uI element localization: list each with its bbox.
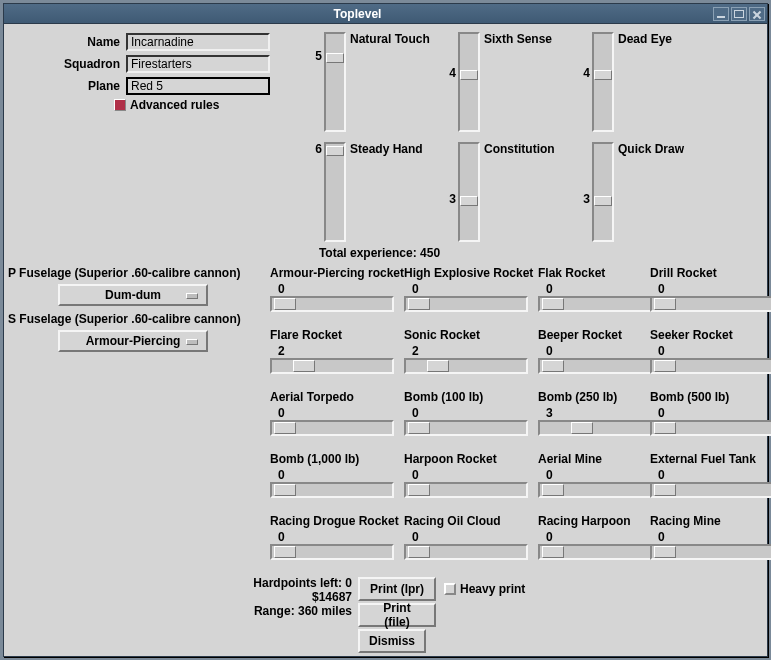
name-label: Name [8, 35, 126, 49]
minimize-icon[interactable] [713, 7, 729, 21]
skill-natural-touch: Natural Touch5 [308, 32, 436, 132]
hardpoint-slider[interactable] [404, 358, 528, 374]
hardpoint-value: 0 [650, 468, 771, 482]
hardpoint-label: Bomb (100 lb) [404, 390, 536, 406]
hardpoint-value: 0 [650, 530, 771, 544]
close-icon[interactable] [749, 7, 765, 21]
heavy-print-label: Heavy print [460, 582, 525, 596]
hardpoint-slider[interactable] [650, 296, 771, 312]
skill-quick-draw: Quick Draw3 [576, 142, 704, 242]
hardpoint-slider[interactable] [650, 358, 771, 374]
skill-label: Steady Hand [350, 142, 423, 156]
app-window: Toplevel Name Squadron Plane Advan [3, 3, 768, 657]
hardpoint-high-explosive-rocket: High Explosive Rocket0 [404, 266, 536, 312]
hardpoint-label: High Explosive Rocket [404, 266, 536, 282]
hardpoint-slider[interactable] [404, 296, 528, 312]
hardpoints-left: Hardpoints left: 0 [248, 576, 352, 590]
skill-value: 3 [436, 192, 456, 206]
hardpoint-slider[interactable] [404, 482, 528, 498]
hardpoint-seeker-rocket: Seeker Rocket0 [650, 328, 771, 374]
hardpoint-slider[interactable] [404, 420, 528, 436]
client-area: Name Squadron Plane Advanced rules Total… [8, 28, 763, 652]
hardpoint-label: Bomb (500 lb) [650, 390, 771, 406]
skill-dead-eye: Dead Eye4 [576, 32, 704, 132]
skill-slider[interactable] [458, 142, 480, 242]
hardpoint-racing-drogue-rocket: Racing Drogue Rocket0 [270, 514, 402, 560]
s-fuselage-label: S Fuselage (Superior .60-calibre cannon) [8, 312, 268, 326]
hardpoint-value: 0 [404, 282, 536, 296]
skill-slider[interactable] [592, 142, 614, 242]
hardpoint-slider[interactable] [538, 482, 662, 498]
squadron-input[interactable] [126, 55, 270, 73]
hardpoint-label: Racing Mine [650, 514, 771, 530]
hardpoint-slider[interactable] [650, 420, 771, 436]
total-experience: Total experience: 450 [8, 246, 751, 260]
hardpoint-label: External Fuel Tank [650, 452, 771, 468]
print-lpr-button[interactable]: Print (lpr) [358, 577, 436, 601]
hardpoint-value: 0 [650, 282, 771, 296]
skill-slider[interactable] [324, 32, 346, 132]
hardpoint-racing-mine: Racing Mine0 [650, 514, 771, 560]
cost: $14687 [248, 590, 352, 604]
name-input[interactable] [126, 33, 270, 51]
hardpoint-slider[interactable] [270, 544, 394, 560]
hardpoint-bomb-100-lb-: Bomb (100 lb)0 [404, 390, 536, 436]
hardpoint-label: Aerial Torpedo [270, 390, 402, 406]
skill-label: Natural Touch [350, 32, 430, 46]
squadron-label: Squadron [8, 57, 126, 71]
advanced-rules-checkbox[interactable] [114, 99, 126, 111]
range: Range: 360 miles [248, 604, 352, 618]
hardpoint-label: Seeker Rocket [650, 328, 771, 344]
s-fuselage-option[interactable]: Armour-Piercing [58, 330, 208, 352]
hardpoint-value: 0 [270, 530, 402, 544]
skill-label: Dead Eye [618, 32, 672, 46]
p-fuselage-label: P Fuselage (Superior .60-calibre cannon) [8, 266, 268, 280]
skill-slider[interactable] [592, 32, 614, 132]
hardpoint-value: 0 [404, 530, 536, 544]
hardpoint-racing-oil-cloud: Racing Oil Cloud0 [404, 514, 536, 560]
skill-slider[interactable] [458, 32, 480, 132]
identity-form: Name Squadron Plane Advanced rules [8, 32, 270, 112]
hardpoint-slider[interactable] [650, 482, 771, 498]
maximize-icon[interactable] [731, 7, 747, 21]
advanced-rules-label: Advanced rules [130, 98, 219, 112]
hardpoint-bomb-500-lb-: Bomb (500 lb)0 [650, 390, 771, 436]
hardpoint-slider[interactable] [270, 296, 394, 312]
hardpoint-label: Sonic Rocket [404, 328, 536, 344]
hardpoint-external-fuel-tank: External Fuel Tank0 [650, 452, 771, 498]
hardpoint-armour-piercing-rocket: Armour-Piercing rocket0 [270, 266, 402, 312]
print-file-button[interactable]: Print (file) [358, 603, 436, 627]
dropdown-handle-icon [186, 339, 198, 345]
hardpoint-slider[interactable] [270, 482, 394, 498]
heavy-print-checkbox[interactable] [444, 583, 456, 595]
hardpoint-slider[interactable] [538, 296, 662, 312]
bottom-panel: Hardpoints left: 0 $14687 Range: 360 mil… [248, 576, 648, 654]
skill-label: Quick Draw [618, 142, 684, 156]
titlebar: Toplevel [4, 4, 767, 24]
hardpoint-slider[interactable] [538, 420, 662, 436]
hardpoint-bomb-1-000-lb-: Bomb (1,000 lb)0 [270, 452, 402, 498]
p-fuselage-option[interactable]: Dum-dum [58, 284, 208, 306]
hardpoint-slider[interactable] [270, 420, 394, 436]
hardpoint-value: 0 [270, 406, 402, 420]
dismiss-button[interactable]: Dismiss [358, 629, 426, 653]
fuselage-panel: P Fuselage (Superior .60-calibre cannon)… [8, 266, 268, 356]
hardpoint-slider[interactable] [650, 544, 771, 560]
hardpoint-value: 0 [650, 344, 771, 358]
hardpoint-label: Racing Oil Cloud [404, 514, 536, 530]
hardpoint-slider[interactable] [538, 544, 662, 560]
hardpoint-aerial-torpedo: Aerial Torpedo0 [270, 390, 402, 436]
hardpoint-slider[interactable] [404, 544, 528, 560]
skill-slider[interactable] [324, 142, 346, 242]
skill-value: 3 [570, 192, 590, 206]
hardpoint-value: 0 [270, 282, 402, 296]
hardpoint-label: Armour-Piercing rocket [270, 266, 402, 282]
plane-input[interactable] [126, 77, 270, 95]
dropdown-handle-icon [186, 293, 198, 299]
hardpoint-slider[interactable] [270, 358, 394, 374]
skill-label: Constitution [484, 142, 555, 156]
window-title: Toplevel [4, 7, 711, 21]
hardpoint-slider[interactable] [538, 358, 662, 374]
skill-sixth-sense: Sixth Sense4 [442, 32, 570, 132]
hardpoint-value: 0 [404, 406, 536, 420]
